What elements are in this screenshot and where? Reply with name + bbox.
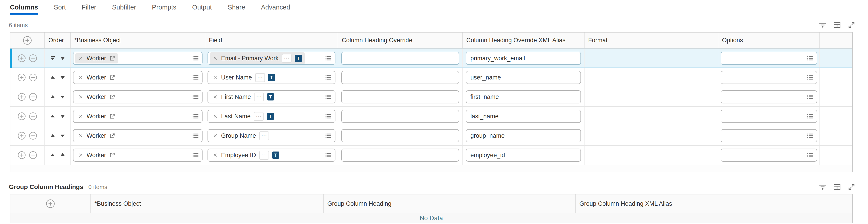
- prompt-menu-icon[interactable]: [807, 55, 813, 62]
- field-field[interactable]: Email - Primary Work ⋯ T: [208, 52, 336, 65]
- remove-icon[interactable]: [78, 152, 84, 158]
- move-up-icon[interactable]: [50, 114, 55, 119]
- delete-row-button[interactable]: [29, 132, 37, 140]
- remove-icon[interactable]: [78, 75, 84, 80]
- prompt-menu-icon[interactable]: [807, 113, 813, 120]
- prompt-menu-icon[interactable]: [192, 74, 199, 81]
- more-options-chip[interactable]: ⋯: [282, 54, 291, 63]
- prompt-menu-icon[interactable]: [192, 132, 199, 139]
- remove-icon[interactable]: [213, 152, 218, 158]
- tab-subfilter[interactable]: Subfilter: [112, 4, 136, 15]
- move-up-icon[interactable]: [50, 133, 55, 138]
- prompt-menu-icon[interactable]: [807, 74, 813, 81]
- tab-advanced[interactable]: Advanced: [261, 4, 290, 15]
- xml-alias-input[interactable]: [466, 71, 581, 84]
- insert-row-button[interactable]: [18, 54, 26, 62]
- move-to-top-icon[interactable]: [60, 152, 65, 158]
- column-heading-override-input[interactable]: [341, 90, 459, 103]
- options-field[interactable]: [721, 90, 817, 103]
- xml-alias-input[interactable]: [466, 52, 581, 65]
- options-field[interactable]: [721, 71, 817, 84]
- move-up-icon[interactable]: [50, 152, 55, 158]
- filter-grid-icon[interactable]: [819, 183, 827, 191]
- move-up-icon[interactable]: [50, 94, 55, 100]
- business-object-field[interactable]: Worker: [73, 90, 203, 103]
- add-row-button[interactable]: [23, 36, 32, 45]
- delete-row-button[interactable]: [29, 73, 37, 82]
- prompt-menu-icon[interactable]: [192, 94, 199, 100]
- prompt-menu-icon[interactable]: [325, 152, 332, 159]
- remove-icon[interactable]: [213, 94, 218, 100]
- column-heading-override-input[interactable]: [341, 71, 459, 84]
- column-heading-override-input[interactable]: [341, 129, 459, 142]
- more-options-chip[interactable]: ⋯: [255, 73, 265, 82]
- column-preferences-icon[interactable]: [833, 183, 841, 191]
- delete-row-button[interactable]: [29, 54, 37, 62]
- insert-row-button[interactable]: [18, 112, 26, 120]
- remove-icon[interactable]: [213, 56, 218, 61]
- move-up-icon[interactable]: [50, 75, 55, 80]
- move-to-bottom-icon[interactable]: [50, 56, 55, 61]
- prompt-menu-icon[interactable]: [325, 74, 332, 81]
- column-heading-override-input[interactable]: [341, 149, 459, 162]
- field-field[interactable]: First Name ⋯ T: [208, 90, 336, 103]
- remove-icon[interactable]: [78, 114, 84, 119]
- external-link-icon[interactable]: [110, 55, 115, 61]
- xml-alias-input[interactable]: [466, 110, 581, 123]
- move-down-icon[interactable]: [60, 94, 65, 100]
- delete-row-button[interactable]: [29, 93, 37, 101]
- business-object-field[interactable]: Worker: [73, 149, 203, 162]
- delete-row-button[interactable]: [29, 151, 37, 159]
- prompt-menu-icon[interactable]: [325, 113, 332, 120]
- prompt-menu-icon[interactable]: [807, 152, 813, 159]
- expand-grid-icon[interactable]: [848, 183, 855, 191]
- column-preferences-icon[interactable]: [833, 21, 841, 29]
- tab-share[interactable]: Share: [228, 4, 245, 15]
- insert-row-button[interactable]: [18, 132, 26, 140]
- insert-row-button[interactable]: [18, 151, 26, 159]
- tab-prompts[interactable]: Prompts: [152, 4, 176, 15]
- options-field[interactable]: [721, 149, 817, 162]
- delete-row-button[interactable]: [29, 112, 37, 120]
- remove-icon[interactable]: [213, 75, 218, 80]
- business-object-field[interactable]: Worker: [73, 129, 203, 142]
- remove-icon[interactable]: [213, 114, 218, 119]
- insert-row-button[interactable]: [18, 93, 26, 101]
- xml-alias-input[interactable]: [466, 129, 581, 142]
- more-options-chip[interactable]: ⋯: [259, 131, 269, 140]
- column-heading-override-input[interactable]: [341, 110, 459, 123]
- field-field[interactable]: Last Name ⋯ T: [208, 110, 336, 123]
- field-field[interactable]: Group Name ⋯ T: [208, 129, 336, 142]
- more-options-chip[interactable]: ⋯: [259, 151, 269, 160]
- move-down-icon[interactable]: [60, 56, 65, 61]
- filter-grid-icon[interactable]: [819, 21, 827, 29]
- move-down-icon[interactable]: [60, 114, 65, 119]
- column-heading-override-input[interactable]: [341, 52, 459, 65]
- business-object-field[interactable]: Worker: [73, 110, 203, 123]
- insert-row-button[interactable]: [18, 73, 26, 82]
- tab-output[interactable]: Output: [192, 4, 212, 15]
- tab-filter[interactable]: Filter: [82, 4, 96, 15]
- options-field[interactable]: [721, 52, 817, 65]
- field-field[interactable]: User Name ⋯ T: [208, 71, 336, 84]
- external-link-icon[interactable]: [110, 133, 115, 139]
- business-object-field[interactable]: Worker: [73, 71, 203, 84]
- xml-alias-input[interactable]: [466, 90, 581, 103]
- options-field[interactable]: [721, 110, 817, 123]
- prompt-menu-icon[interactable]: [807, 94, 813, 100]
- tab-columns[interactable]: Columns: [10, 4, 38, 15]
- business-object-field[interactable]: Worker: [73, 52, 203, 65]
- external-link-icon[interactable]: [110, 74, 115, 81]
- more-options-chip[interactable]: ⋯: [254, 93, 264, 101]
- more-options-chip[interactable]: ⋯: [254, 112, 264, 121]
- remove-icon[interactable]: [213, 133, 218, 138]
- remove-icon[interactable]: [78, 94, 84, 100]
- prompt-menu-icon[interactable]: [325, 132, 332, 139]
- prompt-menu-icon[interactable]: [325, 55, 332, 62]
- remove-icon[interactable]: [78, 56, 84, 61]
- external-link-icon[interactable]: [110, 152, 115, 158]
- options-field[interactable]: [721, 129, 817, 142]
- prompt-menu-icon[interactable]: [192, 152, 199, 159]
- prompt-menu-icon[interactable]: [325, 94, 332, 100]
- expand-grid-icon[interactable]: [848, 21, 855, 29]
